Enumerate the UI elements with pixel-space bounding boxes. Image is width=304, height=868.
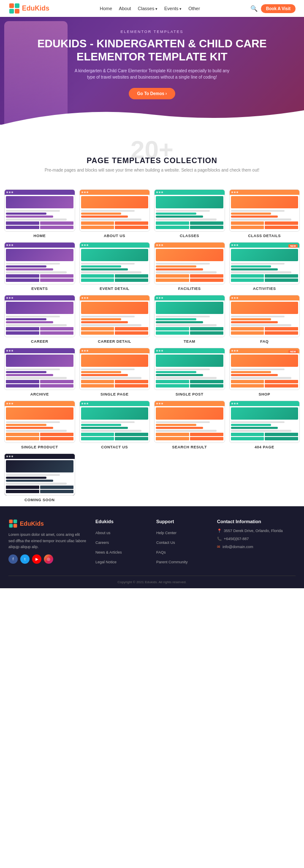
- thumb-img: [156, 196, 223, 208]
- template-card-single-page[interactable]: SINGLE PAGE: [79, 348, 150, 396]
- thumb-row: [6, 374, 53, 376]
- template-card-single-post[interactable]: SINGLE POST: [154, 348, 225, 396]
- footer-link[interactable]: Parent Community: [156, 560, 188, 564]
- template-card-team[interactable]: TEAM: [154, 295, 225, 344]
- template-card-home[interactable]: HOME: [4, 189, 75, 238]
- template-card-faq[interactable]: FAQ: [229, 295, 300, 344]
- search-button[interactable]: 🔍: [250, 5, 258, 12]
- thumb-dot: [161, 191, 163, 193]
- logo[interactable]: EduKids: [8, 3, 49, 14]
- nav-other[interactable]: Other: [188, 6, 200, 11]
- template-card-search-result[interactable]: SEARCH RESULT: [154, 401, 225, 449]
- nav-home[interactable]: Home: [100, 6, 112, 11]
- template-thumb: [79, 401, 150, 443]
- template-thumb-inner: [5, 295, 75, 337]
- thumb-row: [6, 324, 67, 326]
- thumb-dot: [156, 297, 158, 299]
- thumb-mini-grid: [156, 327, 223, 335]
- thumb-row: [156, 263, 210, 265]
- template-card-contact-us[interactable]: CONTACT US: [79, 401, 150, 449]
- footer-link[interactable]: Careers: [95, 540, 109, 545]
- thumb-dot: [84, 350, 86, 352]
- thumb-row: [231, 371, 271, 373]
- thumb-dot: [159, 244, 160, 246]
- copyright-text: Copyright © 2021 Edukids. All rights res…: [8, 580, 296, 584]
- footer-link[interactable]: Contact Us: [156, 540, 175, 545]
- template-thumb-inner: [230, 243, 300, 284]
- template-name: EVENTS: [4, 287, 75, 291]
- template-card-coming-soon[interactable]: COMING SOON: [4, 453, 75, 502]
- svg-rect-0: [9, 3, 14, 8]
- footer-link[interactable]: News & Articles: [95, 550, 122, 554]
- nav-about[interactable]: About: [119, 6, 131, 11]
- thumb-row: [156, 218, 217, 221]
- thumb-mini-grid: [156, 380, 223, 388]
- thumb-grid-item: [40, 221, 73, 225]
- template-card-career-detail[interactable]: CAREER DETAIL: [79, 295, 150, 344]
- template-name: TEAM: [154, 339, 225, 344]
- thumb-dot: [84, 244, 86, 246]
- template-card-classes[interactable]: CLASSES: [154, 189, 225, 238]
- thumb-dot: [6, 350, 8, 352]
- thumb-row: [156, 421, 210, 423]
- template-thumb: [154, 348, 225, 390]
- template-card-facilities[interactable]: FACILITIES: [154, 242, 225, 291]
- template-card-activities[interactable]: NEWACTIVITIES: [229, 242, 300, 291]
- book-visit-button[interactable]: Book A Visit: [261, 4, 296, 13]
- template-card-class-details[interactable]: CLASS DETAILS: [229, 189, 300, 238]
- thumb-row: [6, 477, 46, 479]
- templates-section: 20+ PAGE TEMPLATES COLLECTION Pre-made p…: [0, 125, 304, 189]
- thumb-grid-item: [6, 327, 39, 330]
- thumb-dot: [231, 191, 233, 193]
- template-card-archive[interactable]: ARCHIVE: [4, 348, 75, 396]
- thumb-grid-item: [156, 437, 189, 440]
- footer-link[interactable]: About us: [95, 531, 111, 535]
- footer-col-title-support: Support: [156, 519, 209, 524]
- thumb-img: [81, 196, 149, 208]
- instagram-icon[interactable]: ◎: [44, 554, 53, 564]
- address-text: 3557 Derek Drive, Orlando, Florida: [224, 528, 283, 534]
- thumb-grid-item: [231, 226, 264, 229]
- thumb-grid-item: [231, 384, 264, 388]
- footer-link[interactable]: Help Center: [156, 531, 176, 535]
- template-name: SINGLE PAGE: [79, 392, 150, 396]
- template-card-event-detail[interactable]: EVENT DETAIL: [79, 242, 150, 291]
- thumb-mini-grid: [6, 274, 73, 282]
- thumb-row: [6, 474, 60, 476]
- footer-col-title-edukids: Edukids: [95, 519, 148, 524]
- template-card-404-page[interactable]: 404 PAGE: [229, 401, 300, 449]
- template-thumb-inner: [5, 454, 75, 495]
- thumb-grid-item: [40, 278, 73, 282]
- thumb-grid-item: [40, 274, 73, 278]
- template-card-career[interactable]: CAREER: [4, 295, 75, 344]
- nav-events[interactable]: Events: [164, 6, 182, 11]
- thumb-row: [231, 421, 285, 423]
- thumb-grid-item: [265, 226, 298, 229]
- thumb-grid-item: [6, 490, 39, 493]
- thumb-row: [6, 430, 67, 432]
- footer-link[interactable]: FAQs: [156, 550, 166, 554]
- thumb-img: [156, 355, 223, 366]
- twitter-icon[interactable]: t: [20, 554, 30, 564]
- thumb-dot: [159, 297, 160, 299]
- thumb-mini-grid: [81, 274, 149, 282]
- template-card-events[interactable]: EVENTS: [4, 242, 75, 291]
- template-card-about-us[interactable]: ABOUT US: [79, 189, 150, 238]
- thumb-dot: [6, 191, 8, 193]
- template-card-single-product[interactable]: SINGLE PRODUCT: [4, 401, 75, 449]
- youtube-icon[interactable]: ▶: [32, 554, 41, 564]
- thumb-grid-item: [6, 437, 39, 440]
- nav-classes[interactable]: Classes: [138, 6, 157, 11]
- footer-link[interactable]: Legal Notice: [95, 560, 117, 564]
- template-name: SHOP: [229, 392, 300, 396]
- thumb-header: [5, 348, 75, 353]
- template-thumb: [79, 189, 150, 232]
- thumb-img: [81, 302, 149, 314]
- hero-cta-button[interactable]: Go To Demos ›: [129, 88, 175, 99]
- footer-address: 📍 3557 Derek Drive, Orlando, Florida: [217, 528, 296, 534]
- hero-title: EDUKIDS - KINDERGARTEN & CHILD CARE ELEM…: [8, 37, 296, 63]
- facebook-icon[interactable]: f: [8, 554, 18, 564]
- template-name: COMING SOON: [4, 498, 75, 502]
- thumb-row: [6, 271, 67, 273]
- template-card-shop[interactable]: NEWSHOP: [229, 348, 300, 396]
